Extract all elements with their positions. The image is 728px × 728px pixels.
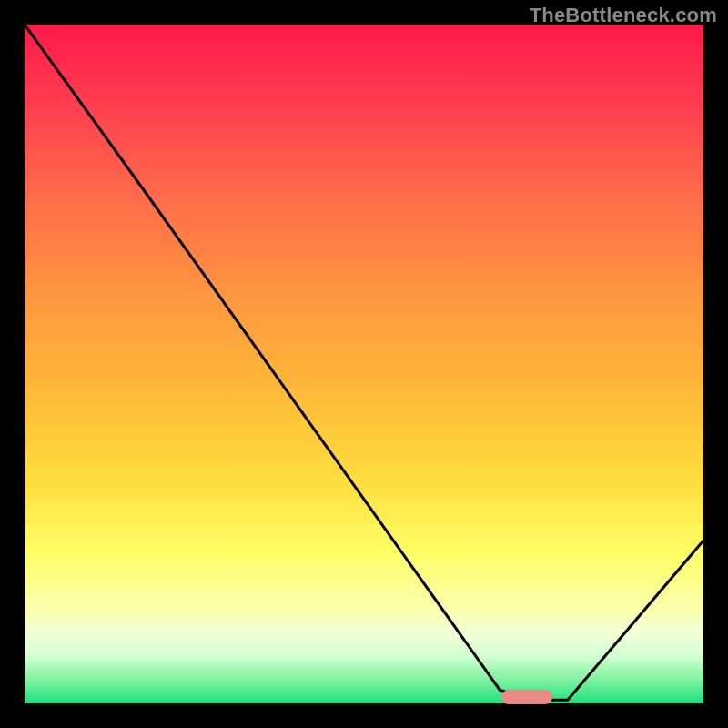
bottleneck-curve <box>25 25 703 703</box>
chart-area <box>25 25 703 703</box>
optimal-marker <box>501 690 552 704</box>
curve-line <box>25 25 703 700</box>
